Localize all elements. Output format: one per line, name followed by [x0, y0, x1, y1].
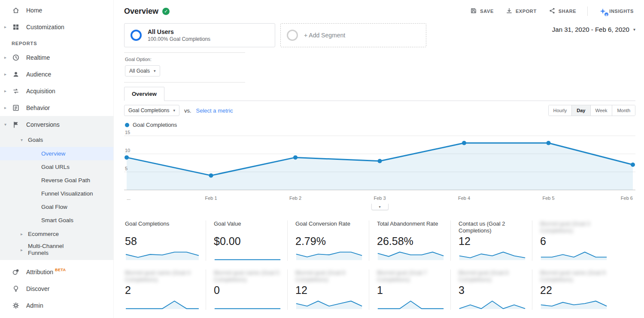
flag-icon: [12, 120, 20, 129]
sidebar-item-goals[interactable]: Goals: [0, 133, 113, 147]
goal-option-panel: Goal Option: All Goals: [124, 52, 245, 83]
person-icon: [12, 70, 20, 79]
sidebar-item-customization[interactable]: Customization: [0, 18, 113, 35]
goal-option-label: Goal Option:: [125, 57, 245, 62]
sidebar-item-label: Overview: [41, 149, 65, 159]
metric-title: Goal Conversion Rate: [295, 220, 363, 234]
sidebar-item-smart-goals[interactable]: Smart Goals: [0, 214, 113, 227]
metric-value: 1: [377, 284, 444, 297]
sidebar-item-label: Customization: [26, 24, 64, 31]
sparkline-chart: [214, 250, 281, 261]
share-label: SHARE: [559, 9, 577, 14]
sidebar-item-audience[interactable]: Audience: [0, 66, 113, 83]
segment-radio-icon: [131, 30, 142, 41]
segment-all-users[interactable]: All Users 100.00% Goal Completions: [124, 23, 275, 47]
metric-title: Blurred goal (Goal 3 Completions): [540, 220, 608, 234]
sidebar-item-attribution[interactable]: Attribution BETA: [0, 263, 113, 280]
sidebar-item-realtime[interactable]: Realtime: [0, 49, 113, 66]
metric-card[interactable]: Goal Completions 58: [124, 220, 206, 261]
home-icon: [12, 6, 20, 15]
tab-bar: Overview: [124, 87, 635, 101]
save-label: SAVE: [480, 9, 494, 14]
share-button[interactable]: SHARE: [548, 6, 577, 17]
sidebar-item-label: Goal Flow: [41, 202, 67, 212]
sidebar-item-label: Conversions: [26, 121, 60, 128]
metric-card[interactable]: Blurred goal name (Goal 4 Completions) 2: [124, 269, 206, 310]
metric-card[interactable]: Goal Conversion Rate 2.79%: [287, 220, 369, 261]
x-tick-label: Feb 4: [458, 196, 470, 201]
date-range-selector[interactable]: Jan 31, 2020 - Feb 6, 2020: [552, 26, 635, 33]
report-content: All Users 100.00% Goal Completions + Add…: [114, 22, 644, 318]
metric-card[interactable]: Blurred goal name (Goal 9 Completions) 2…: [532, 269, 614, 310]
metric-value: 22: [540, 284, 608, 297]
metric-value: 26.58%: [377, 235, 444, 248]
goal-option-dropdown[interactable]: All Goals: [125, 65, 160, 76]
gear-icon: [12, 301, 20, 310]
sidebar-item-label: Realtime: [26, 54, 50, 61]
sidebar-item-label: Home: [26, 7, 42, 14]
toolbar-divider: [587, 6, 588, 16]
sidebar-item-goal-urls[interactable]: Goal URLs: [0, 160, 113, 174]
granularity-day-button[interactable]: Day: [571, 105, 590, 116]
select-metric-link[interactable]: Select a metric: [196, 107, 233, 114]
sidebar-item-label: Reverse Goal Path: [41, 176, 90, 185]
clock-icon: [12, 53, 20, 62]
sparkline-chart: [377, 299, 444, 310]
x-tick-label: Feb 1: [205, 196, 217, 201]
granularity-week-button[interactable]: Week: [590, 105, 612, 116]
save-button[interactable]: SAVE: [469, 6, 495, 17]
sidebar-item-funnel-visualization[interactable]: Funnel Visualization: [0, 187, 113, 200]
sidebar-item-behavior[interactable]: Behavior: [0, 99, 113, 116]
chevron-right-icon: [4, 24, 12, 29]
sidebar-item-discover[interactable]: Discover: [0, 280, 113, 297]
x-tick-label: Feb 5: [542, 196, 554, 201]
tab-overview[interactable]: Overview: [124, 87, 164, 101]
sparkline-chart: [295, 250, 363, 261]
sidebar-item-reverse-goal-path[interactable]: Reverse Goal Path: [0, 174, 113, 187]
metric-card[interactable]: Contact us (Goal 2 Completions) 12: [450, 220, 532, 261]
sidebar-item-multi-channel-funnels[interactable]: Multi-Channel Funnels: [0, 241, 113, 258]
sidebar-item-acquisition[interactable]: Acquisition: [0, 83, 113, 99]
sidebar-item-label: Audience: [26, 71, 51, 78]
sparkline-chart: [125, 299, 200, 310]
metric-title: Blurred goal (Goal 7 Completions): [377, 269, 444, 283]
date-range-label: Jan 31, 2020 - Feb 6, 2020: [552, 26, 629, 33]
metric-card[interactable]: Blurred goal (Goal 7 Completions) 1: [369, 269, 450, 310]
sparkline-chart: [459, 250, 526, 261]
chevron-right-icon: [21, 248, 28, 252]
toolbar-actions: SAVE EXPORT SHARE 6 INSIGHTS: [469, 6, 635, 17]
sidebar-item-conversions[interactable]: Conversions: [0, 116, 113, 133]
acquisition-icon: [12, 87, 20, 95]
metric-value: 2.79%: [295, 235, 363, 248]
granularity-month-button[interactable]: Month: [612, 105, 635, 116]
metric-card[interactable]: Blurred goal (Goal 3 Completions) 6: [532, 220, 614, 261]
metric-card[interactable]: Goal Value $0.00: [206, 220, 287, 261]
metric-value: $0.00: [214, 235, 281, 248]
sidebar-item-home[interactable]: Home: [0, 2, 113, 18]
insights-button[interactable]: 6 INSIGHTS: [598, 6, 635, 17]
segments-bar: All Users 100.00% Goal Completions + Add…: [124, 23, 426, 47]
metric-dropdown-value: Goal Completions: [128, 107, 169, 113]
sidebar-item-goals-overview[interactable]: Overview: [0, 147, 113, 160]
sidebar-item-label: Behavior: [26, 104, 50, 111]
metric-dropdown[interactable]: Goal Completions: [124, 105, 179, 116]
add-segment-button[interactable]: + Add Segment: [280, 23, 426, 47]
y-tick-label: 10: [125, 148, 130, 153]
metric-card[interactable]: Total Abandonment Rate 26.58%: [369, 220, 450, 261]
metric-card[interactable]: Blurred goal (Goal 6 Completions) 12: [287, 269, 369, 310]
metric-card[interactable]: Blurred goal name (Goal 5 Completions) 0: [206, 269, 287, 310]
sidebar-item-goal-flow[interactable]: Goal Flow: [0, 200, 113, 214]
sidebar-item-ecommerce[interactable]: Ecommerce: [0, 227, 113, 241]
sidebar-item-admin[interactable]: Admin: [0, 297, 113, 314]
y-tick-label: 5: [125, 166, 128, 171]
export-button[interactable]: EXPORT: [505, 6, 538, 17]
granularity-hourly-button[interactable]: Hourly: [549, 105, 572, 116]
goal-completions-chart: 51015...Feb 1Feb 2Feb 3Feb 4Feb 5Feb 6: [124, 130, 635, 204]
metric-value: 3: [459, 284, 526, 297]
metric-card[interactable]: Blurred goal (Goal 8 Completions) 3: [450, 269, 532, 310]
chevron-right-icon: [4, 105, 12, 110]
show-table-toggle[interactable]: [371, 204, 389, 210]
topbar: Overview SAVE EXPORT SHARE: [114, 0, 644, 22]
sidebar-item-label: Multi-Channel Funnels: [28, 241, 84, 258]
chevron-right-icon: [4, 72, 12, 76]
